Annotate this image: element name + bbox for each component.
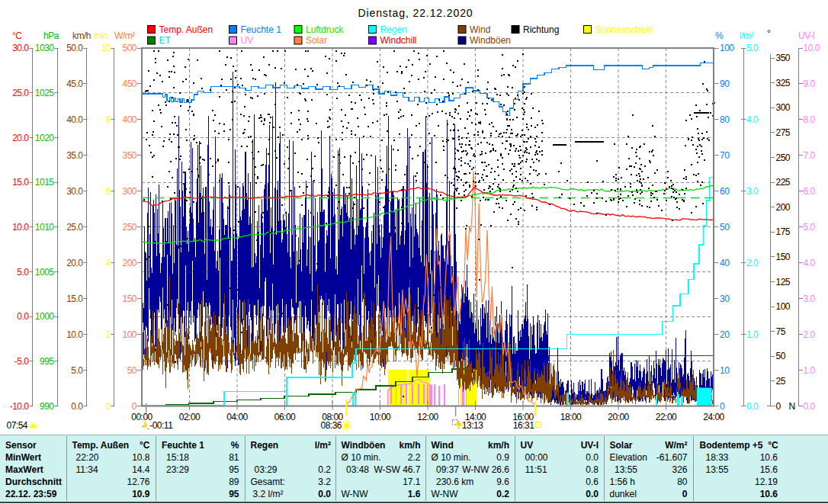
svg-text:1.0: 1.0 (804, 365, 816, 376)
svg-text:0.2: 0.2 (496, 489, 509, 499)
svg-text:81: 81 (229, 452, 239, 463)
svg-text:03:48: 03:48 (346, 464, 369, 475)
svg-text:Gesamt:: Gesamt: (251, 477, 285, 487)
svg-text:30.0: 30.0 (66, 186, 83, 197)
svg-text:125: 125 (776, 277, 791, 287)
svg-text:50: 50 (720, 222, 730, 233)
svg-text:12.76: 12.76 (127, 477, 149, 487)
svg-text:5.0: 5.0 (71, 365, 83, 376)
svg-text:40: 40 (720, 258, 730, 268)
svg-text:Regen: Regen (380, 24, 407, 35)
svg-text:8.0: 8.0 (804, 114, 816, 125)
svg-text:Regen: Regen (251, 440, 279, 451)
svg-text:300: 300 (122, 186, 136, 197)
svg-text:250: 250 (776, 152, 791, 163)
svg-text:0.6: 0.6 (586, 477, 599, 487)
svg-text:200: 200 (122, 258, 136, 268)
svg-text:50: 50 (127, 365, 137, 376)
svg-text:300: 300 (776, 102, 791, 113)
svg-text:02:00: 02:00 (179, 412, 201, 422)
svg-text:10.0: 10.0 (12, 222, 29, 233)
svg-text:25: 25 (776, 376, 786, 387)
svg-text:1025: 1025 (35, 88, 55, 98)
svg-text:30: 30 (720, 294, 730, 304)
svg-text:15.0: 15.0 (66, 294, 83, 304)
svg-text:14.4: 14.4 (132, 464, 150, 475)
svg-text:6: 6 (106, 186, 111, 197)
svg-text:326: 326 (672, 464, 687, 475)
svg-text:min: min (94, 30, 108, 41)
svg-text:Sonnenschein: Sonnenschein (595, 24, 653, 35)
svg-text:Temp. Außen: Temp. Außen (159, 24, 213, 35)
svg-text:1.6: 1.6 (408, 489, 421, 499)
svg-text:Durchschnitt: Durchschnitt (5, 477, 62, 487)
svg-text:Ø 10 min.: Ø 10 min. (432, 452, 471, 463)
svg-text:7.0: 7.0 (804, 150, 816, 161)
svg-text:dunkel: dunkel (610, 489, 637, 499)
svg-text:0: 0 (132, 401, 137, 412)
svg-text:0.2: 0.2 (318, 464, 331, 475)
svg-text:0.9: 0.9 (496, 452, 509, 463)
svg-text:70: 70 (720, 150, 730, 161)
svg-text:W/m²: W/m² (114, 30, 135, 41)
svg-text:50: 50 (776, 351, 786, 361)
svg-text:1:56 h: 1:56 h (610, 477, 635, 487)
svg-text:20.0: 20.0 (12, 133, 29, 143)
svg-text:0.0: 0.0 (804, 401, 816, 412)
svg-text:Richtung: Richtung (523, 24, 559, 35)
svg-text:km/h: km/h (72, 30, 91, 41)
svg-text:Windchill: Windchill (380, 35, 417, 46)
svg-text:200: 200 (776, 202, 791, 213)
svg-text:-00:11: -00:11 (149, 420, 173, 431)
svg-text:10.8: 10.8 (132, 452, 150, 463)
svg-text:13:55: 13:55 (706, 464, 729, 475)
svg-text:UV-I: UV-I (581, 440, 599, 451)
svg-text:350: 350 (776, 53, 791, 63)
svg-text:80: 80 (720, 114, 730, 125)
svg-text:UV: UV (521, 440, 534, 451)
svg-text:400: 400 (122, 114, 136, 125)
svg-text:W-NW: W-NW (432, 489, 459, 499)
svg-text:13:55: 13:55 (615, 464, 637, 475)
svg-text:Luftdruck: Luftdruck (306, 24, 344, 35)
svg-text:24:00: 24:00 (703, 412, 724, 422)
svg-text:22.12. 23:59: 22.12. 23:59 (5, 489, 57, 499)
svg-text:Feuchte 1: Feuchte 1 (241, 24, 282, 35)
svg-text:2: 2 (106, 329, 111, 340)
svg-text:100: 100 (720, 43, 734, 53)
svg-text:km/h: km/h (399, 440, 420, 451)
svg-text:1010: 1010 (35, 222, 55, 233)
svg-text:20: 20 (720, 329, 730, 340)
svg-text:5.0: 5.0 (804, 222, 816, 233)
svg-text:12:00: 12:00 (417, 412, 438, 422)
svg-text:4.0: 4.0 (746, 114, 759, 125)
svg-text:10.0: 10.0 (66, 329, 83, 340)
svg-text:17.1: 17.1 (403, 477, 421, 487)
svg-text:Bodentemp +5 °C: Bodentemp +5 °C (700, 440, 778, 451)
svg-text:°: ° (767, 28, 771, 39)
svg-text:3.0: 3.0 (746, 186, 759, 197)
svg-text:4: 4 (106, 258, 111, 268)
svg-text:100: 100 (122, 329, 136, 340)
svg-text:150: 150 (122, 294, 136, 304)
svg-text:5.0: 5.0 (746, 43, 759, 53)
svg-text:40.0: 40.0 (66, 114, 83, 125)
svg-text:1000: 1000 (35, 311, 55, 322)
svg-text:Temp. Außen: Temp. Außen (72, 440, 130, 451)
svg-text:0.0: 0.0 (746, 401, 759, 412)
svg-text:Windböen: Windböen (470, 35, 511, 46)
svg-text:hPa: hPa (43, 30, 59, 41)
svg-text:995: 995 (40, 356, 54, 367)
svg-text:0: 0 (106, 401, 111, 412)
svg-text:95: 95 (229, 464, 239, 475)
svg-text:20.0: 20.0 (66, 258, 83, 268)
svg-text:ET: ET (159, 35, 172, 46)
svg-text:00:00: 00:00 (525, 452, 548, 463)
svg-text:Wind: Wind (470, 24, 490, 35)
svg-text:230.6 km: 230.6 km (436, 477, 473, 487)
svg-text:15:18: 15:18 (166, 452, 189, 463)
svg-text:175: 175 (776, 226, 791, 237)
svg-text:Solar: Solar (306, 35, 327, 46)
svg-text:l/m²: l/m² (315, 440, 331, 451)
svg-text:45.0: 45.0 (66, 79, 83, 89)
